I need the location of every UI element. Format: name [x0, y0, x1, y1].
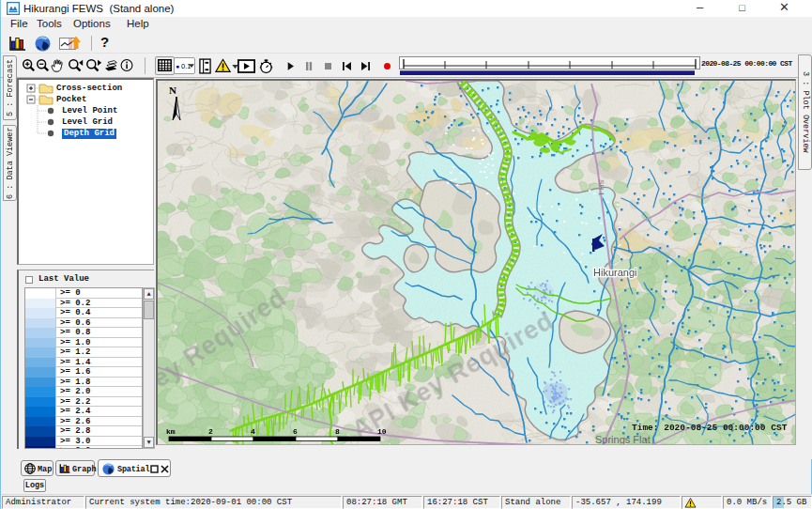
- svg-text:Springs Flat: Springs Flat: [595, 434, 651, 445]
- svg-text:Time: 2020-08-25 00:00:00 CST: Time: 2020-08-25 00:00:00 CST: [632, 423, 788, 433]
- svg-text:4: 4: [251, 427, 255, 436]
- svg-text:km: km: [166, 427, 176, 436]
- svg-text:N: N: [169, 85, 176, 96]
- svg-text:6: 6: [293, 427, 298, 436]
- svg-text:Hikurangi: Hikurangi: [593, 267, 636, 278]
- svg-text:2: 2: [208, 427, 213, 436]
- svg-text:8: 8: [335, 427, 340, 436]
- svg-text:SH 1: SH 1: [597, 179, 605, 196]
- svg-text:10: 10: [377, 427, 387, 436]
